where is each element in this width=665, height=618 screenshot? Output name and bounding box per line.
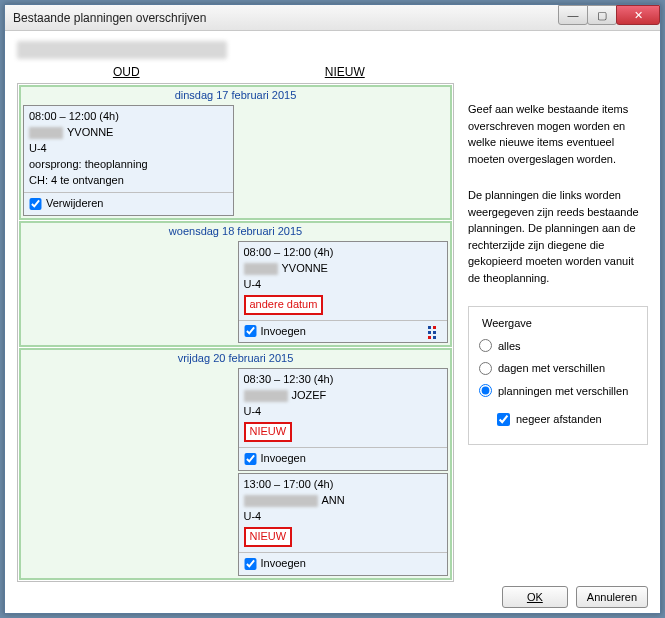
window-buttons: — ▢ ✕ bbox=[559, 5, 660, 25]
day-col-new bbox=[236, 103, 451, 218]
person-name-blurred bbox=[17, 41, 227, 59]
maximize-button[interactable]: ▢ bbox=[587, 5, 617, 25]
weergave-legend: Weergave bbox=[479, 315, 535, 332]
card-room: U-4 bbox=[29, 141, 228, 157]
cancel-button[interactable]: Annuleren bbox=[576, 586, 648, 608]
right-panel: Geef aan welke bestaande items overschre… bbox=[468, 41, 648, 582]
card-time: 13:00 – 17:00 (4h) bbox=[244, 477, 443, 493]
card-room: U-4 bbox=[244, 277, 443, 293]
radio-alles-input[interactable] bbox=[479, 339, 492, 352]
day-block: dinsdag 17 februari 2015 08:00 – 12:00 (… bbox=[19, 85, 452, 220]
insert-checkbox[interactable] bbox=[244, 325, 257, 337]
ok-button[interactable]: OK bbox=[502, 586, 568, 608]
planning-card[interactable]: 13:00 – 17:00 (4h) ANN U-4 NIEUW Invoege… bbox=[238, 473, 449, 576]
days-list: dinsdag 17 februari 2015 08:00 – 12:00 (… bbox=[17, 83, 454, 582]
name-blurred bbox=[244, 390, 288, 402]
card-origin: oorsprong: theoplanning bbox=[29, 157, 228, 173]
status-badge: NIEUW bbox=[244, 527, 293, 547]
col-header-new: NIEUW bbox=[236, 63, 455, 83]
insert-label: Invoegen bbox=[261, 451, 306, 467]
remove-label: Verwijderen bbox=[46, 196, 103, 212]
card-time: 08:00 – 12:00 (4h) bbox=[29, 109, 228, 125]
radio-dagen-input[interactable] bbox=[479, 362, 492, 375]
check-negeer-afstanden[interactable]: negeer afstanden bbox=[497, 411, 637, 428]
day-header: dinsdag 17 februari 2015 bbox=[21, 87, 450, 103]
day-col-old bbox=[21, 366, 236, 577]
day-col-new: 08:30 – 12:30 (4h) JOZEF U-4 NIEUW Invoe… bbox=[236, 366, 451, 577]
radio-planningen-verschillen[interactable]: planningen met verschillen bbox=[479, 383, 637, 400]
name-blurred bbox=[244, 263, 278, 275]
card-time: 08:30 – 12:30 (4h) bbox=[244, 372, 443, 388]
insert-checkbox[interactable] bbox=[244, 558, 257, 570]
radio-alles[interactable]: alles bbox=[479, 338, 637, 355]
left-panel: OUD NIEUW dinsdag 17 februari 2015 08:00… bbox=[17, 41, 454, 582]
day-header: vrijdag 20 februari 2015 bbox=[21, 350, 450, 366]
minimize-button[interactable]: — bbox=[558, 5, 588, 25]
content-area: OUD NIEUW dinsdag 17 februari 2015 08:00… bbox=[5, 31, 660, 582]
card-room: U-4 bbox=[244, 404, 443, 420]
insert-label: Invoegen bbox=[261, 324, 306, 340]
insert-label: Invoegen bbox=[261, 556, 306, 572]
day-block: woensdag 18 februari 2015 08:00 – 12:00 … bbox=[19, 221, 452, 348]
planning-icon bbox=[427, 325, 441, 337]
day-col-old: 08:00 – 12:00 (4h) YVONNE U-4 oorsprong:… bbox=[21, 103, 236, 218]
radio-planningen-input[interactable] bbox=[479, 384, 492, 397]
day-header: woensdag 18 februari 2015 bbox=[21, 223, 450, 239]
card-name: ANN bbox=[322, 493, 345, 509]
planning-card[interactable]: 08:30 – 12:30 (4h) JOZEF U-4 NIEUW Invoe… bbox=[238, 368, 449, 471]
titlebar: Bestaande planningen overschrijven — ▢ ✕ bbox=[5, 5, 660, 31]
insert-checkbox[interactable] bbox=[244, 453, 257, 465]
status-badge: andere datum bbox=[244, 295, 324, 315]
dialog-footer: OK Annuleren bbox=[5, 582, 660, 613]
card-name: YVONNE bbox=[282, 261, 328, 277]
check-negeer-input[interactable] bbox=[497, 413, 510, 426]
weergave-fieldset: Weergave alles dagen met verschillen pla… bbox=[468, 306, 648, 445]
card-ch: CH: 4 te ontvangen bbox=[29, 173, 228, 189]
planning-card[interactable]: 08:00 – 12:00 (4h) YVONNE U-4 andere dat… bbox=[238, 241, 449, 344]
card-room: U-4 bbox=[244, 509, 443, 525]
remove-checkbox[interactable] bbox=[29, 198, 42, 210]
radio-dagen-verschillen[interactable]: dagen met verschillen bbox=[479, 360, 637, 377]
name-blurred bbox=[29, 127, 63, 139]
window-title: Bestaande planningen overschrijven bbox=[13, 11, 206, 25]
day-block: vrijdag 20 februari 2015 08:30 – 12:30 (… bbox=[19, 348, 452, 579]
planning-card[interactable]: 08:00 – 12:00 (4h) YVONNE U-4 oorsprong:… bbox=[23, 105, 234, 216]
dialog-window: Bestaande planningen overschrijven — ▢ ✕… bbox=[4, 4, 661, 614]
close-button[interactable]: ✕ bbox=[616, 5, 660, 25]
card-name: YVONNE bbox=[67, 125, 113, 141]
card-name: JOZEF bbox=[292, 388, 327, 404]
status-badge: NIEUW bbox=[244, 422, 293, 442]
info-paragraph-1: Geef aan welke bestaande items overschre… bbox=[468, 101, 648, 167]
columns-header: OUD NIEUW bbox=[17, 63, 454, 83]
name-blurred bbox=[244, 495, 318, 507]
col-header-old: OUD bbox=[17, 63, 236, 83]
day-col-new: 08:00 – 12:00 (4h) YVONNE U-4 andere dat… bbox=[236, 239, 451, 346]
info-paragraph-2: De planningen die links worden weergegev… bbox=[468, 187, 648, 286]
card-time: 08:00 – 12:00 (4h) bbox=[244, 245, 443, 261]
day-col-old bbox=[21, 239, 236, 346]
